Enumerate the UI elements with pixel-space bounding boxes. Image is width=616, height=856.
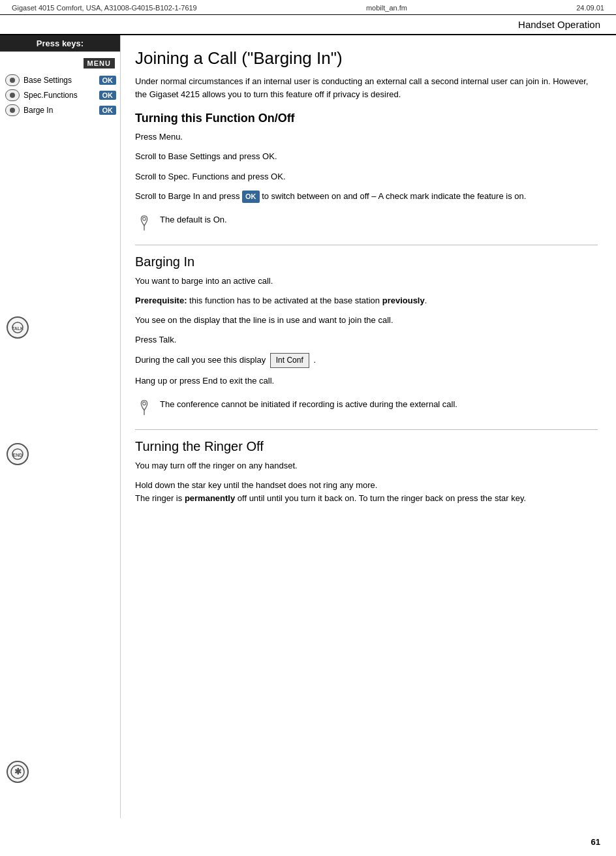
barging-in-press-talk: Press Talk.	[135, 333, 598, 346]
svg-point-8	[143, 402, 146, 405]
end-icon-row: END	[4, 443, 116, 465]
menu-row-spec-functions: Spec.Functions OK	[4, 89, 116, 102]
header-right: 24.09.01	[576, 4, 604, 12]
joining-heading: Joining a Call ("Barging In")	[135, 48, 598, 69]
ringer-off-heading: Turning the Ringer Off	[135, 439, 598, 454]
divider-1	[135, 245, 598, 245]
divider-2	[135, 429, 598, 430]
ok-badge-barge-in: OK	[99, 106, 117, 115]
note-conference-recording: The conference cannot be initiated if re…	[135, 394, 598, 420]
left-panel: Press keys: MENU Base Settings OK Spec.F…	[0, 35, 121, 818]
svg-text:✱: ✱	[14, 767, 22, 776]
int-conf-badge: Int Conf	[270, 353, 309, 368]
svg-text:END: END	[13, 453, 23, 457]
note-default-on-text: The default is On.	[160, 213, 227, 226]
talk-icon: TALK	[7, 316, 29, 339]
nav-up-icon-2	[4, 89, 21, 102]
ok-badge-spec-functions: OK	[99, 91, 117, 100]
ok-inline-badge: OK	[242, 191, 260, 203]
barging-in-p1: You want to barge into an active call.	[135, 275, 598, 288]
note-conference-recording-text: The conference cannot be initiated if re…	[160, 398, 457, 411]
main-layout: Press keys: MENU Base Settings OK Spec.F…	[0, 35, 616, 818]
page-footer: 61	[591, 837, 600, 847]
turning-on-off-heading: Turning this Function On/Off	[135, 112, 598, 125]
svg-point-6	[143, 217, 146, 221]
header-center: mobilt_an.fm	[366, 4, 407, 12]
step-press-menu: Press Menu.	[135, 130, 598, 144]
menu-barge-in-label: Barge In	[21, 106, 97, 115]
ok-badge-base-settings: OK	[99, 76, 117, 85]
ringer-off-p1: You may turn off the ringer on any hands…	[135, 459, 598, 472]
menu-spec-functions-label: Spec.Functions	[21, 91, 97, 100]
right-panel: Joining a Call ("Barging In") Under norm…	[121, 35, 616, 818]
menu-row-base-settings: Base Settings OK	[4, 74, 116, 87]
note-pin-icon	[135, 213, 153, 232]
talk-icon-row: TALK	[4, 316, 116, 339]
header-left: Gigaset 4015 Comfort, USA, A31008-G4015-…	[12, 4, 197, 12]
ringer-off-p2: Hold down the star key until the handset…	[135, 479, 598, 505]
menu-row-barge-in: Barge In OK	[4, 104, 116, 117]
star-icon-row: ✱	[4, 761, 116, 783]
nav-up-icon-3	[4, 104, 21, 117]
svg-text:TALK: TALK	[12, 326, 23, 331]
barging-in-p2: Prerequisite: this function has to be ac…	[135, 294, 598, 307]
page-header: Gigaset 4015 Comfort, USA, A31008-G4015-…	[0, 0, 616, 15]
barging-in-hang-up: Hang up or press End to exit the call.	[135, 374, 598, 388]
menu-base-settings-label: Base Settings	[21, 76, 97, 85]
note-pin-icon-2	[135, 398, 153, 416]
barging-in-p3: You see on the display that the line is …	[135, 314, 598, 327]
page-title: Handset Operation	[0, 15, 616, 35]
barging-in-heading: Barging In	[135, 254, 598, 269]
step-barge-in: Scroll to Barge In and press OK to switc…	[135, 190, 598, 203]
step-spec-functions: Scroll to Spec. Functions and press OK.	[135, 170, 598, 183]
star-key-icon: ✱	[7, 761, 29, 783]
barging-in-display: During the call you see this display Int…	[135, 353, 598, 368]
end-icon: END	[7, 443, 29, 465]
left-panel-content: MENU Base Settings OK Spec.Functions OK	[0, 52, 120, 818]
menu-label: MENU	[84, 58, 115, 69]
press-keys-header: Press keys:	[0, 35, 120, 52]
step-base-settings: Scroll to Base Settings and press OK.	[135, 150, 598, 163]
note-default-on: The default is On.	[135, 209, 598, 236]
nav-up-icon	[4, 74, 21, 87]
joining-paragraph: Under normal circumstances if an interna…	[135, 75, 598, 101]
